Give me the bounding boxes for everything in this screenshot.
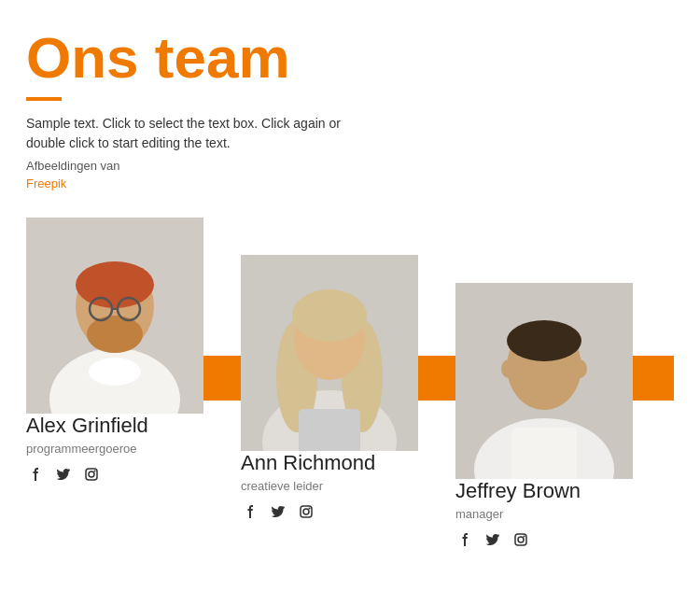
alex-social [26, 465, 213, 484]
ann-info: Ann Richmond creatieve leider [241, 451, 427, 521]
svg-point-3 [87, 316, 143, 353]
photo-alex [26, 218, 203, 414]
svg-rect-24 [511, 428, 577, 479]
alex-photo-svg [26, 218, 203, 414]
alex-role: programmeergoeroe [26, 442, 213, 456]
svg-point-30 [518, 537, 524, 542]
team-section: Alex Grinfield programmeergoeroe [26, 218, 674, 549]
jeffrey-facebook-icon[interactable] [455, 530, 474, 549]
svg-point-10 [89, 471, 94, 477]
svg-point-8 [89, 358, 141, 386]
jeffrey-name: Jeffrey Brown [455, 479, 642, 503]
page-container: Ons team Sample text. Click to select th… [0, 0, 700, 568]
ann-instagram-icon[interactable] [297, 502, 315, 521]
alex-info: Alex Grinfield programmeergoeroe [26, 414, 213, 484]
team-member-alex: Alex Grinfield programmeergoeroe [26, 218, 213, 484]
page-description: Sample text. Click to select the text bo… [26, 114, 343, 153]
ann-facebook-icon[interactable] [241, 502, 259, 521]
ann-social [241, 502, 427, 521]
jeffrey-instagram-icon[interactable] [511, 530, 530, 549]
team-grid: Alex Grinfield programmeergoeroe [26, 218, 674, 549]
attribution-label: Afbeeldingen van [26, 159, 674, 173]
svg-point-28 [572, 359, 587, 378]
alex-name: Alex Grinfield [26, 414, 213, 438]
alex-facebook-icon[interactable] [26, 465, 45, 484]
svg-point-27 [501, 359, 516, 378]
alex-instagram-icon[interactable] [82, 465, 101, 484]
ann-photo-svg [241, 255, 418, 451]
jeffrey-photo-svg [455, 283, 633, 479]
svg-rect-18 [299, 409, 360, 451]
svg-point-4 [76, 261, 154, 308]
jeffrey-social [455, 530, 642, 549]
ann-role: creatieve leider [241, 479, 427, 493]
jeffrey-info: Jeffrey Brown manager [455, 479, 642, 549]
svg-point-21 [309, 508, 311, 510]
jeffrey-role: manager [455, 507, 642, 521]
freepik-link[interactable]: Freepik [26, 176, 66, 190]
ann-twitter-icon[interactable] [269, 502, 287, 521]
alex-twitter-icon[interactable] [54, 465, 73, 484]
page-title: Ons team [26, 26, 674, 90]
jeffrey-twitter-icon[interactable] [483, 530, 502, 549]
svg-point-17 [292, 289, 367, 342]
photo-ann [241, 255, 418, 451]
svg-point-11 [94, 471, 96, 472]
svg-point-31 [524, 536, 525, 538]
svg-point-26 [507, 320, 581, 361]
photo-jeffrey [455, 283, 633, 479]
team-member-jeffrey: Jeffrey Brown manager [455, 283, 642, 549]
team-member-ann: Ann Richmond creatieve leider [241, 255, 427, 521]
svg-point-20 [303, 509, 309, 514]
ann-name: Ann Richmond [241, 451, 427, 475]
title-underline [26, 97, 62, 101]
